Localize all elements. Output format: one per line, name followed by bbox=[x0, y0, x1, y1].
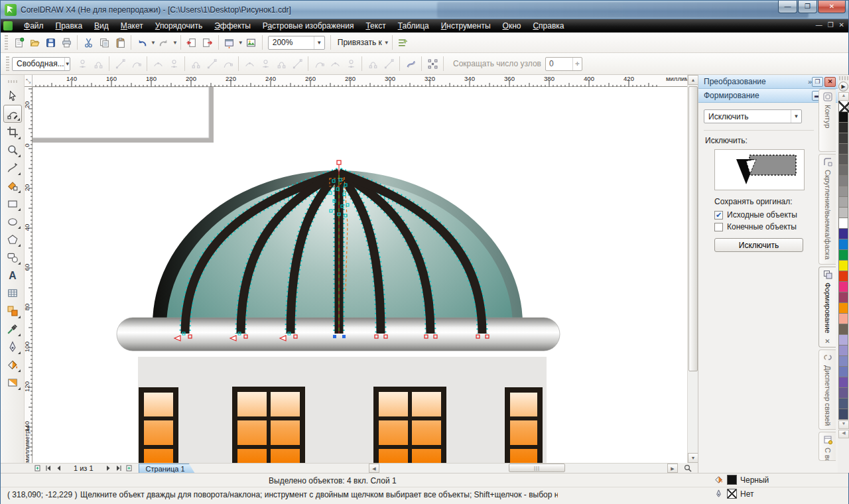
vertical-ruler[interactable]: 20020406080100120140миллиметры bbox=[25, 87, 33, 463]
color-swatch[interactable] bbox=[838, 303, 848, 314]
previous-page-icon[interactable] bbox=[54, 464, 64, 473]
node-edit-button[interactable] bbox=[166, 56, 182, 72]
docker-tab-link-manager[interactable]: Диспетчер связей bbox=[818, 349, 836, 430]
drawing-canvas[interactable] bbox=[33, 87, 687, 463]
restore-button[interactable]: ❐ bbox=[798, 1, 817, 13]
open-button[interactable] bbox=[27, 34, 42, 50]
color-swatch[interactable] bbox=[838, 377, 848, 388]
menu-Растровые изображения[interactable]: Растровые изображения bbox=[257, 19, 360, 32]
menu-Упорядочить[interactable]: Упорядочить bbox=[149, 19, 208, 32]
color-swatch[interactable] bbox=[838, 388, 848, 399]
node-edit-button[interactable] bbox=[150, 56, 166, 72]
minimize-button[interactable]: — bbox=[778, 1, 797, 13]
undo-button[interactable] bbox=[134, 34, 150, 50]
node-edit-button[interactable] bbox=[220, 56, 235, 72]
interactive-fill-tool[interactable] bbox=[3, 373, 22, 391]
smart-fill-tool[interactable] bbox=[3, 176, 22, 194]
text-tool[interactable]: А bbox=[3, 266, 22, 284]
horizontal-scrollbar[interactable]: ◀ ||| ▶ bbox=[369, 464, 678, 473]
menu-Файл[interactable]: Файл bbox=[18, 19, 50, 32]
quick-zoom-icon[interactable] bbox=[678, 463, 698, 473]
first-page-icon[interactable] bbox=[43, 464, 54, 473]
chevron-down-icon[interactable]: ▼ bbox=[384, 40, 389, 46]
print-button[interactable] bbox=[58, 34, 74, 50]
color-swatch[interactable] bbox=[838, 165, 848, 176]
palette-scroll-down-icon[interactable]: ▼ bbox=[838, 420, 849, 429]
paste-button[interactable] bbox=[112, 34, 128, 50]
color-swatch[interactable] bbox=[838, 271, 848, 282]
color-swatch[interactable] bbox=[838, 250, 848, 261]
table-tool[interactable] bbox=[3, 284, 22, 302]
color-swatch[interactable] bbox=[838, 133, 848, 144]
docker-tab-properties[interactable]: С во... bbox=[818, 432, 836, 461]
node-edit-button[interactable] bbox=[365, 56, 381, 72]
color-swatch[interactable] bbox=[838, 218, 848, 229]
node-edit-button[interactable] bbox=[327, 56, 343, 72]
color-swatch[interactable] bbox=[838, 197, 848, 208]
horizontal-scroll-thumb[interactable]: ||| bbox=[509, 464, 565, 472]
freehand-tool[interactable] bbox=[3, 158, 22, 176]
color-swatch[interactable] bbox=[838, 346, 848, 356]
color-swatch[interactable] bbox=[838, 282, 848, 292]
outline-tool[interactable] bbox=[3, 338, 22, 355]
color-swatch[interactable] bbox=[838, 399, 848, 409]
eyedropper-tool[interactable] bbox=[3, 320, 22, 338]
color-swatch[interactable] bbox=[838, 186, 848, 197]
color-swatch[interactable] bbox=[838, 112, 848, 123]
node-edit-button[interactable] bbox=[112, 56, 128, 72]
menu-Правка[interactable]: Правка bbox=[50, 19, 89, 32]
add-page-icon[interactable] bbox=[124, 464, 135, 473]
last-page-icon[interactable] bbox=[113, 464, 124, 473]
corel-online-button[interactable] bbox=[243, 34, 259, 50]
node-edit-button[interactable] bbox=[128, 56, 144, 72]
save-button[interactable] bbox=[42, 34, 58, 50]
chevron-down-icon[interactable]: ▼ bbox=[238, 40, 243, 46]
zoom-tool[interactable] bbox=[3, 141, 22, 158]
palette-flyout-icon[interactable]: ▶ bbox=[838, 82, 848, 92]
spinner-arrows-icon[interactable]: ✛ bbox=[572, 58, 582, 70]
color-swatch[interactable] bbox=[838, 292, 848, 303]
pick-tool[interactable] bbox=[3, 87, 22, 105]
transform-docker-header[interactable]: Преобразование » ❐ ✕ bbox=[698, 75, 838, 89]
exclude-apply-button[interactable]: Исключить bbox=[714, 238, 803, 252]
palette-grip[interactable] bbox=[839, 76, 848, 80]
shaping-operation-combo[interactable]: Исключить ▼ bbox=[704, 109, 802, 123]
color-swatch[interactable] bbox=[838, 356, 848, 367]
color-swatch[interactable] bbox=[838, 239, 848, 250]
checkbox[interactable] bbox=[714, 223, 723, 231]
scroll-right-icon[interactable]: ▶ bbox=[667, 464, 678, 473]
page-tab[interactable]: Страница 1 bbox=[139, 464, 195, 473]
export-button[interactable] bbox=[200, 34, 216, 50]
docker-tab-fillet[interactable]: Скругление/выемка/фаска bbox=[818, 154, 836, 265]
redo-button[interactable] bbox=[156, 34, 172, 50]
node-edit-button[interactable] bbox=[311, 56, 327, 72]
palette-expand-icon[interactable]: ◀ bbox=[838, 430, 849, 438]
chevron-down-icon[interactable]: ▼ bbox=[64, 58, 70, 70]
new-document-button[interactable] bbox=[11, 34, 27, 50]
menu-Текст[interactable]: Текст bbox=[359, 19, 391, 32]
node-edit-button[interactable] bbox=[90, 56, 106, 72]
node-edit-button[interactable] bbox=[257, 56, 273, 72]
scroll-up-icon[interactable]: ▲ bbox=[688, 75, 698, 85]
rectangle-tool[interactable] bbox=[3, 194, 22, 212]
scroll-left-icon[interactable]: ◀ bbox=[369, 464, 379, 473]
docker-tab-shaping[interactable]: Формирование✕ bbox=[818, 267, 836, 347]
fill-tool[interactable] bbox=[3, 355, 22, 373]
add-page-icon[interactable] bbox=[33, 464, 43, 473]
chevron-down-icon[interactable]: ▼ bbox=[791, 110, 801, 123]
mdi-minimize-button[interactable]: — bbox=[816, 21, 822, 29]
copy-button[interactable] bbox=[96, 34, 112, 50]
node-edit-button[interactable] bbox=[381, 56, 397, 72]
vertical-scroll-thumb[interactable] bbox=[688, 86, 698, 371]
color-swatch[interactable] bbox=[838, 229, 848, 239]
color-swatch-none[interactable] bbox=[838, 101, 848, 112]
node-edit-button[interactable] bbox=[204, 56, 220, 72]
color-swatch[interactable] bbox=[838, 123, 848, 133]
color-swatch[interactable] bbox=[838, 208, 848, 218]
color-swatch[interactable] bbox=[838, 261, 848, 271]
chevron-down-icon[interactable]: ▼ bbox=[151, 40, 156, 46]
propbar-grip[interactable] bbox=[6, 56, 9, 71]
close-icon[interactable]: ✕ bbox=[824, 338, 830, 345]
palette-scroll-up-icon[interactable]: ▲ bbox=[838, 92, 849, 101]
select-all-nodes-button[interactable] bbox=[424, 56, 440, 72]
